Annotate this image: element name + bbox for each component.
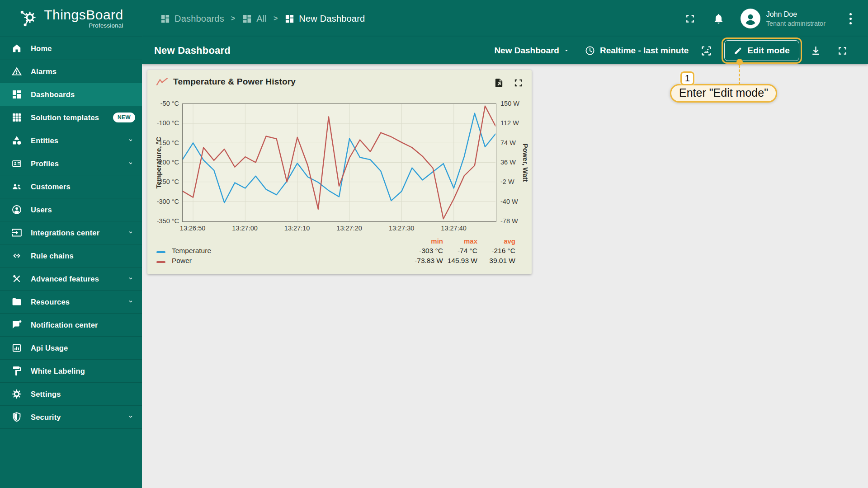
new-badge: NEW (113, 113, 135, 122)
y-left-tick: -50 °C (149, 100, 179, 107)
widget-export-button[interactable] (494, 78, 504, 88)
chevron-down-icon (127, 230, 134, 236)
legend-series-dash (156, 247, 172, 255)
sidebar-item-notification-center[interactable]: Notification center (0, 314, 142, 337)
breadcrumb-separator: > (274, 14, 278, 23)
legend-series-name[interactable]: Power (172, 257, 410, 265)
api-usage-icon (11, 343, 22, 353)
sidebar-item-profiles[interactable]: Profiles (0, 152, 142, 175)
user-menu[interactable]: John Doe Tenant administrator (766, 10, 826, 27)
breadcrumb-item-new-dashboard: New Dashboard (284, 14, 365, 24)
y-left-tick: -150 °C (149, 139, 179, 146)
legend-series-name[interactable]: Temperature (172, 247, 410, 255)
sidebar-item-white-labeling[interactable]: White Labeling (0, 360, 142, 383)
sidebar: ThingsBoard Professional Home Alarms Das… (0, 0, 142, 488)
dashboards-icon (11, 89, 22, 100)
notifications-button[interactable] (713, 13, 724, 24)
user-name: John Doe (766, 10, 826, 19)
advanced-features-icon (11, 273, 22, 284)
legend-series-dash (156, 257, 172, 265)
chart-plot-area[interactable] (182, 103, 496, 222)
legend-min-value: -73.83 W (410, 257, 443, 265)
resources-icon (11, 296, 22, 307)
sidebar-item-entities[interactable]: Entities (0, 129, 142, 152)
security-icon (11, 412, 22, 422)
chevron-down-icon (127, 276, 134, 282)
y-left-tick: -100 °C (149, 119, 179, 127)
page-title: New Dashboard (154, 45, 231, 56)
breadcrumb-item-all[interactable]: All (242, 14, 267, 24)
avatar[interactable] (741, 9, 760, 28)
timeseries-widget: Temperature & Power History Temperature,… (147, 70, 532, 274)
timewindow-button[interactable]: Realtime - last minute (585, 45, 689, 56)
rule-chains-icon (11, 250, 22, 261)
y-right-tick: 74 W (500, 139, 528, 146)
legend-header-max: max (443, 237, 477, 245)
caret-down-icon (564, 48, 569, 53)
sidebar-nav: Home Alarms Dashboards Solution template… (0, 37, 142, 429)
sidebar-item-api-usage[interactable]: Api Usage (0, 337, 142, 360)
y-right-tick: 36 W (500, 159, 528, 166)
home-icon (11, 43, 22, 54)
brand-name: ThingsBoard (44, 8, 123, 22)
users-icon (11, 204, 22, 215)
sidebar-item-users[interactable]: Users (0, 198, 142, 221)
integrations-icon (11, 227, 22, 238)
dashboard-icon (284, 14, 295, 24)
edit-mode-button[interactable]: Edit mode (724, 40, 799, 61)
annotation-callout: Enter "Edit mode" (670, 84, 777, 103)
sidebar-item-security[interactable]: Security (0, 406, 142, 429)
dashboard-icon (160, 14, 170, 24)
sidebar-item-rule-chains[interactable]: Rule chains (0, 244, 142, 267)
chevron-down-icon (127, 299, 134, 305)
top-header: Dashboards > All > New Dashboard John Do… (142, 0, 868, 37)
sidebar-item-dashboards[interactable]: Dashboards (0, 83, 142, 106)
sidebar-item-solution-templates[interactable]: Solution templates NEW (0, 106, 142, 129)
header-fullscreen-button[interactable] (684, 13, 696, 24)
sidebar-item-integrations-center[interactable]: Integrations center (0, 221, 142, 244)
toolbar-fullscreen-button[interactable] (837, 45, 848, 56)
breadcrumb-separator: > (231, 14, 235, 23)
y-right-tick: 150 W (500, 100, 528, 107)
chevron-down-icon (127, 414, 134, 420)
clock-icon (585, 45, 595, 56)
more-menu-button[interactable] (847, 13, 854, 24)
x-axis-tick: 13:27:10 (277, 225, 317, 232)
y-right-tick: 112 W (500, 119, 528, 127)
legend-max-value: -74 °C (443, 247, 477, 255)
sidebar-item-customers[interactable]: Customers (0, 175, 142, 198)
breadcrumb: Dashboards > All > New Dashboard (160, 14, 365, 24)
pencil-icon (734, 47, 742, 55)
alarms-icon (11, 66, 22, 77)
sidebar-item-home[interactable]: Home (0, 37, 142, 60)
widget-title: Temperature & Power History (173, 77, 296, 87)
thingsboard-logo-icon (19, 8, 39, 29)
breadcrumb-item-dashboards[interactable]: Dashboards (160, 14, 224, 24)
sidebar-item-resources[interactable]: Resources (0, 291, 142, 314)
y-left-tick: -300 °C (149, 198, 179, 205)
sidebar-item-alarms[interactable]: Alarms (0, 60, 142, 83)
settings-icon (11, 389, 22, 399)
x-axis-tick: 13:27:20 (329, 225, 370, 232)
notification-icon (11, 319, 22, 330)
sidebar-item-settings[interactable]: Settings (0, 383, 142, 406)
timeseries-icon (156, 77, 168, 87)
annotation-step-badge: 1 (680, 71, 694, 85)
sidebar-item-advanced-features[interactable]: Advanced features (0, 267, 142, 291)
x-axis-tick: 13:27:30 (381, 225, 422, 232)
take-screenshot-button[interactable] (700, 45, 712, 57)
x-axis-tick: 13:26:50 (172, 225, 213, 232)
y-left-tick: -350 °C (149, 217, 179, 225)
widget-fullscreen-button[interactable] (513, 78, 524, 88)
legend-max-value: 145.93 W (443, 257, 477, 265)
dashboard-toolbar: New Dashboard New Dashboard Realtime - l… (142, 37, 868, 64)
customers-icon (11, 181, 22, 192)
y-left-tick: -250 °C (149, 178, 179, 185)
annotation-anchor-dot (736, 59, 743, 65)
user-role: Tenant administrator (766, 20, 826, 27)
logo[interactable]: ThingsBoard Professional (0, 0, 142, 37)
y-right-tick: -40 W (500, 198, 528, 205)
dashboard-state-select[interactable]: New Dashboard (494, 46, 569, 56)
download-dashboard-button[interactable] (810, 45, 821, 56)
legend-header-min: min (410, 237, 443, 245)
